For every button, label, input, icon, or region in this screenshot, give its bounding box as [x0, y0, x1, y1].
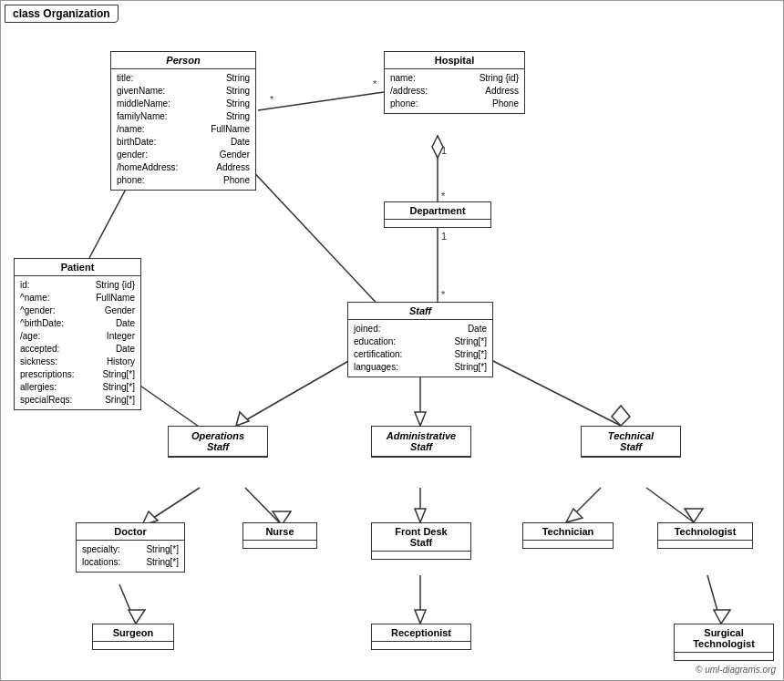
doctor-class-name: Doctor	[77, 523, 184, 541]
technologist-attrs	[658, 541, 752, 548]
surgical-technologist-name: SurgicalTechnologist	[675, 624, 773, 653]
technologist-class-name: Technologist	[658, 523, 752, 541]
technician-class: Technician	[522, 522, 614, 549]
svg-marker-32	[685, 509, 703, 522]
technical-staff-class: TechnicalStaff	[581, 426, 681, 458]
technologist-class: Technologist	[657, 522, 753, 549]
staff-class-name: Staff	[348, 303, 492, 320]
person-class: Person title:String givenName:String mid…	[110, 51, 256, 191]
svg-text:*: *	[373, 78, 377, 89]
nurse-class: Nurse	[242, 522, 317, 549]
svg-marker-4	[432, 136, 443, 158]
department-class-name: Department	[385, 202, 490, 220]
svg-line-29	[566, 488, 601, 522]
svg-line-23	[142, 488, 200, 525]
administrative-staff-name: AdministrativeStaff	[372, 427, 470, 457]
hospital-class: Hospital name:String {id} /address:Addre…	[384, 51, 525, 114]
administrative-staff-class: AdministrativeStaff	[371, 426, 471, 458]
receptionist-class: Receptionist	[371, 624, 471, 650]
svg-marker-34	[129, 610, 145, 624]
copyright: © uml-diagrams.org	[696, 665, 776, 675]
hospital-class-name: Hospital	[385, 52, 524, 69]
svg-line-17	[236, 356, 356, 426]
svg-marker-22	[612, 406, 630, 426]
svg-line-25	[245, 488, 282, 525]
doctor-attrs: specialty:String[*] locations:String[*]	[77, 541, 184, 572]
front-desk-attrs	[372, 552, 470, 559]
svg-text:*: *	[270, 94, 274, 105]
doctor-class: Doctor specialty:String[*] locations:Str…	[76, 522, 185, 573]
technician-attrs	[523, 541, 613, 548]
svg-marker-30	[566, 509, 583, 522]
operations-staff-class: OperationsStaff	[168, 426, 268, 458]
svg-marker-28	[415, 509, 426, 522]
nurse-class-name: Nurse	[243, 523, 316, 541]
front-desk-staff-name: Front DeskStaff	[372, 523, 470, 552]
svg-line-21	[484, 356, 621, 426]
surgical-technologist-class: SurgicalTechnologist	[674, 624, 774, 661]
receptionist-class-name: Receptionist	[372, 624, 470, 642]
operations-staff-name: OperationsStaff	[169, 427, 267, 457]
diagram-container: class Organization * * 1 * 1 *	[0, 0, 784, 681]
svg-text:*: *	[441, 289, 446, 300]
patient-attrs: id:String {id} ^name:FullName ^gender:Ge…	[15, 276, 140, 409]
person-class-name: Person	[111, 52, 255, 69]
technical-staff-name: TechnicalStaff	[582, 427, 680, 457]
surgeon-class: Surgeon	[92, 624, 174, 650]
diagram-title: class Organization	[5, 5, 119, 23]
department-class: Department	[384, 201, 491, 228]
svg-marker-38	[714, 610, 730, 624]
svg-text:1: 1	[441, 231, 447, 242]
technician-class-name: Technician	[523, 523, 613, 541]
surgical-technologist-attrs	[675, 653, 773, 660]
svg-line-37	[707, 575, 721, 624]
person-attrs: title:String givenName:String middleName…	[111, 69, 255, 190]
receptionist-attrs	[372, 642, 470, 649]
nurse-attrs	[243, 541, 316, 548]
patient-class: Patient id:String {id} ^name:FullName ^g…	[14, 258, 141, 410]
surgeon-attrs	[93, 642, 173, 649]
hospital-attrs: name:String {id} /address:Address phone:…	[385, 69, 524, 113]
surgeon-class-name: Surgeon	[93, 624, 173, 642]
svg-marker-18	[236, 412, 249, 426]
svg-marker-20	[415, 412, 426, 426]
svg-line-31	[646, 488, 694, 522]
staff-class: Staff joined:Date education:String[*] ce…	[347, 302, 493, 377]
department-attrs	[385, 220, 490, 227]
patient-class-name: Patient	[15, 259, 140, 276]
svg-marker-36	[415, 610, 426, 624]
front-desk-staff-class: Front DeskStaff	[371, 522, 471, 560]
svg-text:*: *	[441, 191, 446, 201]
svg-line-0	[258, 92, 384, 110]
svg-text:1: 1	[441, 145, 447, 156]
staff-attrs: joined:Date education:String[*] certific…	[348, 320, 492, 377]
svg-line-33	[119, 584, 136, 624]
